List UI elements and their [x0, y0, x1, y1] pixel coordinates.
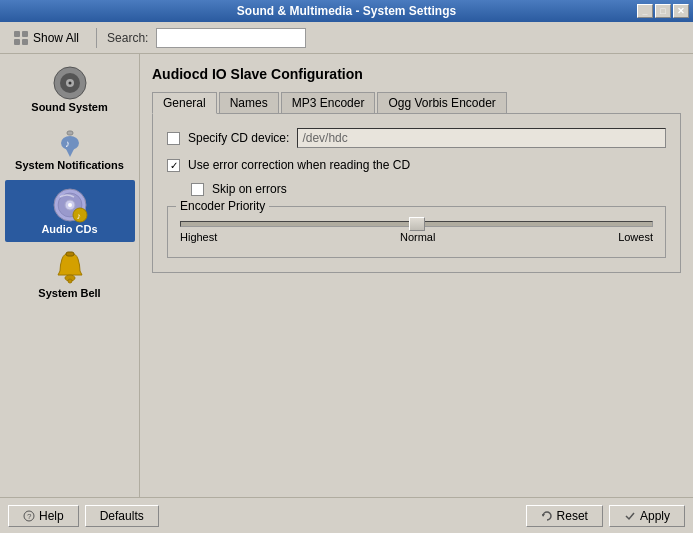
svg-rect-10 — [67, 131, 73, 135]
sidebar-item-sound-system[interactable]: Sound System — [5, 58, 135, 120]
encoder-priority-slider-track — [180, 221, 653, 227]
skip-on-errors-label: Skip on errors — [212, 182, 287, 196]
svg-point-7 — [68, 82, 71, 85]
reset-button[interactable]: Reset — [526, 505, 603, 527]
sidebar-item-audio-cds[interactable]: ♪ Audio CDs — [5, 180, 135, 242]
svg-rect-0 — [14, 31, 20, 37]
tab-general[interactable]: General — [152, 92, 217, 114]
svg-rect-1 — [22, 31, 28, 37]
svg-point-15 — [68, 203, 72, 207]
tab-bar: General Names MP3 Encoder Ogg Vorbis Enc… — [152, 92, 681, 114]
window-title: Sound & Multimedia - System Settings — [237, 4, 456, 18]
encoder-priority-group: Encoder Priority Highest Normal Lowest — [167, 206, 666, 258]
svg-text:?: ? — [27, 512, 32, 521]
svg-rect-3 — [22, 39, 28, 45]
use-error-correction-checkbox[interactable] — [167, 159, 180, 172]
tab-names[interactable]: Names — [219, 92, 279, 114]
search-label: Search: — [107, 31, 148, 45]
svg-text:♪: ♪ — [65, 138, 70, 149]
tab-mp3-encoder[interactable]: MP3 Encoder — [281, 92, 376, 114]
specify-cd-device-row: Specify CD device: — [167, 128, 666, 148]
use-error-correction-row: Use error correction when reading the CD — [167, 158, 666, 172]
encoder-priority-title: Encoder Priority — [176, 199, 269, 213]
system-bell-icon — [54, 251, 86, 287]
sidebar-item-system-notifications[interactable]: ♪ System Notifications — [5, 122, 135, 178]
specify-cd-device-label: Specify CD device: — [188, 131, 289, 145]
bottom-left-buttons: ? Help Defaults — [8, 505, 159, 527]
sidebar-item-system-bell-label: System Bell — [38, 287, 100, 299]
titlebar: Sound & Multimedia - System Settings _ □… — [0, 0, 693, 22]
help-button[interactable]: ? Help — [8, 505, 79, 527]
encoder-priority-slider-handle[interactable] — [409, 217, 425, 231]
apply-button[interactable]: Apply — [609, 505, 685, 527]
slider-label-highest: Highest — [180, 231, 217, 243]
search-input[interactable] — [156, 28, 306, 48]
slider-labels: Highest Normal Lowest — [180, 231, 653, 243]
sidebar: Sound System ♪ System Notifications — [0, 54, 140, 497]
sidebar-item-audio-cds-label: Audio CDs — [41, 223, 97, 235]
svg-rect-18 — [66, 252, 74, 256]
close-button[interactable]: ✕ — [673, 4, 689, 18]
titlebar-buttons[interactable]: _ □ ✕ — [637, 4, 689, 18]
main-layout: Sound System ♪ System Notifications — [0, 54, 693, 497]
minimize-button[interactable]: _ — [637, 4, 653, 18]
show-all-icon — [13, 30, 29, 46]
toolbar-separator — [96, 28, 97, 48]
show-all-label: Show All — [33, 31, 79, 45]
apply-icon — [624, 510, 636, 522]
help-icon: ? — [23, 510, 35, 522]
slider-label-normal: Normal — [400, 231, 435, 243]
skip-on-errors-row: Skip on errors — [191, 182, 666, 196]
slider-label-lowest: Lowest — [618, 231, 653, 243]
sound-system-icon — [52, 65, 88, 101]
toolbar: Show All Search: — [0, 22, 693, 54]
sidebar-item-system-bell[interactable]: System Bell — [5, 244, 135, 306]
sidebar-item-sound-system-label: Sound System — [31, 101, 107, 113]
svg-text:♪: ♪ — [76, 211, 81, 221]
bottom-right-buttons: Reset Apply — [526, 505, 685, 527]
specify-cd-device-checkbox[interactable] — [167, 132, 180, 145]
svg-rect-2 — [14, 39, 20, 45]
slider-container: Highest Normal Lowest — [180, 217, 653, 247]
sidebar-item-system-notifications-label: System Notifications — [15, 159, 124, 171]
skip-on-errors-checkbox[interactable] — [191, 183, 204, 196]
use-error-correction-label: Use error correction when reading the CD — [188, 158, 410, 172]
svg-marker-9 — [66, 149, 74, 157]
svg-point-8 — [61, 136, 79, 150]
tab-content-general: Specify CD device: Use error correction … — [152, 113, 681, 273]
defaults-label: Defaults — [100, 509, 144, 523]
reset-icon — [541, 510, 553, 522]
content-area: Audiocd IO Slave Configuration General N… — [140, 54, 693, 497]
bottom-bar: ? Help Defaults Reset Apply — [0, 497, 693, 533]
cd-device-path-input[interactable] — [297, 128, 666, 148]
defaults-button[interactable]: Defaults — [85, 505, 159, 527]
show-all-button[interactable]: Show All — [6, 27, 86, 49]
audio-cds-icon: ♪ — [52, 187, 88, 223]
svg-point-20 — [68, 279, 72, 283]
maximize-button[interactable]: □ — [655, 4, 671, 18]
system-notifications-icon: ♪ — [55, 129, 85, 159]
content-title: Audiocd IO Slave Configuration — [152, 66, 681, 82]
tab-ogg-vorbis-encoder[interactable]: Ogg Vorbis Encoder — [377, 92, 506, 114]
